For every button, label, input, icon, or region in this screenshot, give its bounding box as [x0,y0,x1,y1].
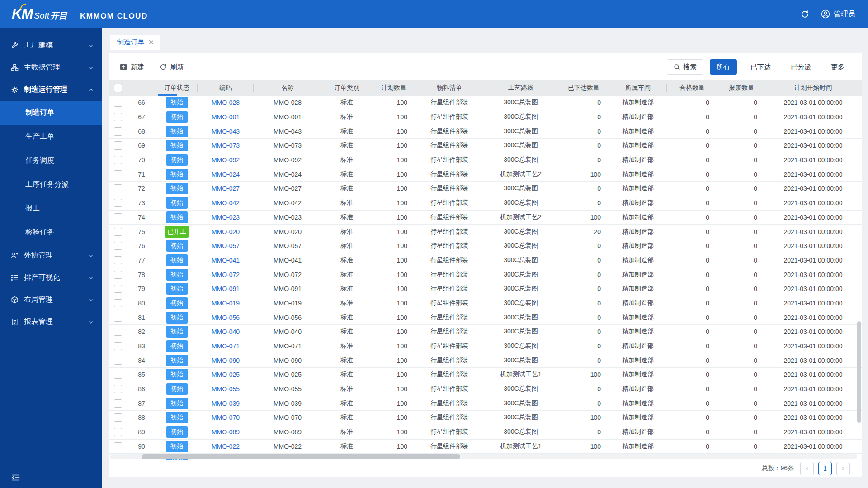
row-checkbox[interactable] [114,271,122,279]
column-header-bom[interactable]: 物料清单 [415,80,483,96]
table-row[interactable]: 76 初始 MMO-057 MMO-057 标准 100 行星组件部装 300C… [109,239,862,253]
sidebar-item-factory-modeling[interactable]: 工厂建模 [0,34,102,56]
sidebar-item-outsourcing[interactable]: 外协管理 [0,244,102,267]
sidebar-item-schedule-visualization[interactable]: 排产可视化 [0,267,102,289]
row-checkbox[interactable] [114,428,122,436]
table-row[interactable]: 66 初始 MMO-028 MMO-028 标准 100 行星组件部装 300C… [109,96,862,110]
row-checkbox[interactable] [114,385,122,393]
table-row[interactable]: 88 初始 MMO-070 MMO-070 标准 100 行星组件部装 300C… [109,411,862,425]
select-all-checkbox[interactable] [114,84,122,92]
sidebar-item-report-management[interactable]: 报表管理 [0,311,102,333]
table-row[interactable]: 84 初始 MMO-090 MMO-090 标准 100 行星组件部装 300C… [109,353,862,368]
horizontal-scrollbar[interactable] [110,454,857,459]
current-page-button[interactable]: 1 [818,462,832,475]
search-button[interactable]: 搜索 [667,59,703,75]
next-page-button[interactable] [836,462,850,475]
row-checkbox[interactable] [114,399,122,408]
row-checkbox[interactable] [114,113,122,121]
order-code-link[interactable]: MMO-043 [198,128,254,135]
row-checkbox[interactable] [114,413,122,422]
collapse-sidebar-icon[interactable] [11,474,21,482]
table-row[interactable]: 80 初始 MMO-019 MMO-019 标准 100 行星组件部装 300C… [109,296,862,311]
table-row[interactable]: 68 初始 MMO-043 MMO-043 标准 100 行星组件部装 300C… [109,124,862,139]
sidebar-item-master-data[interactable]: 主数据管理 [0,56,102,79]
order-code-link[interactable]: MMO-027 [198,185,254,192]
column-header-scrap-qty[interactable]: 报废数量 [717,80,765,96]
sidebar-item-manufacturing-ops[interactable]: 制造运行管理 [0,79,102,101]
sidebar-item-production-work-orders[interactable]: 生产工单 [0,125,102,149]
order-code-link[interactable]: MMO-042 [198,199,254,206]
sidebar-item-layout-management[interactable]: 布局管理 [0,289,102,311]
column-header-code[interactable]: 编码 [198,80,254,96]
global-refresh-icon[interactable] [801,10,809,19]
table-row[interactable]: 90 初始 MMO-022 MMO-022 标准 100 行星组件部装 机加测试… [109,440,862,454]
table-row[interactable]: 85 初始 MMO-025 MMO-025 标准 100 行星组件部装 机加测试… [109,368,862,382]
table-row[interactable]: 78 初始 MMO-072 MMO-072 标准 100 行星组件部装 300C… [109,267,862,282]
new-order-button[interactable]: 新建 [120,63,144,71]
row-checkbox[interactable] [114,299,122,307]
table-row[interactable]: 67 初始 MMO-001 MMO-001 标准 100 行星组件部装 300C… [109,110,862,125]
order-code-link[interactable]: MMO-001 [198,113,254,121]
order-code-link[interactable]: MMO-070 [198,414,254,421]
column-header-qualified-qty[interactable]: 合格数量 [667,80,717,96]
close-icon[interactable] [149,40,154,45]
row-checkbox[interactable] [114,314,122,322]
row-checkbox[interactable] [114,156,122,164]
order-code-link[interactable]: MMO-041 [198,257,254,264]
table-row[interactable]: 87 初始 MMO-039 MMO-039 标准 100 行星组件部装 300C… [109,396,862,411]
row-checkbox[interactable] [114,99,122,107]
column-header-name[interactable]: 名称 [254,80,321,96]
sidebar-item-work-reporting[interactable]: 报工 [0,197,102,221]
order-code-link[interactable]: MMO-073 [198,142,254,149]
order-code-link[interactable]: MMO-028 [198,99,254,106]
order-code-link[interactable]: MMO-089 [198,428,254,436]
filter-released-button[interactable]: 已下达 [744,59,777,75]
row-checkbox[interactable] [114,328,122,336]
order-code-link[interactable]: MMO-020 [198,228,254,235]
order-code-link[interactable]: MMO-057 [198,242,254,249]
order-code-link[interactable]: MMO-023 [198,214,254,221]
column-header-type[interactable]: 订单类别 [321,80,372,96]
sidebar-item-manufacturing-orders[interactable]: 制造订单 [0,101,102,125]
table-row[interactable]: 86 初始 MMO-055 MMO-055 标准 100 行星组件部装 300C… [109,382,862,397]
table-row[interactable]: 79 初始 MMO-091 MMO-091 标准 100 行星组件部装 300C… [109,282,862,296]
column-header-status[interactable]: 订单状态 [156,80,198,96]
row-checkbox[interactable] [114,141,122,150]
column-header-workshop[interactable]: 所属车间 [609,80,667,96]
table-row[interactable]: 71 初始 MMO-024 MMO-024 标准 100 行星组件部装 机加测试… [109,167,862,182]
order-code-link[interactable]: MMO-039 [198,400,254,407]
order-code-link[interactable]: MMO-040 [198,328,254,335]
row-checkbox[interactable] [114,127,122,136]
filter-dispatched-button[interactable]: 已分派 [784,59,817,75]
table-row[interactable]: 72 初始 MMO-027 MMO-027 标准 100 行星组件部装 300C… [109,182,862,196]
table-row[interactable]: 74 初始 MMO-023 MMO-023 标准 100 行星组件部装 机加测试… [109,211,862,225]
sidebar-item-task-scheduling[interactable]: 任务调度 [0,149,102,173]
tab-manufacturing-orders[interactable]: 制造订单 [110,35,160,50]
table-row[interactable]: 89 初始 MMO-089 MMO-089 标准 100 行星组件部装 300C… [109,425,862,440]
horizontal-scrollbar-thumb[interactable] [142,454,460,459]
column-header-routing[interactable]: 工艺路线 [483,80,558,96]
column-header-released-qty[interactable]: 已下达数量 [558,80,609,96]
row-checkbox[interactable] [114,213,122,221]
row-checkbox[interactable] [114,184,122,192]
table-row[interactable]: 70 初始 MMO-092 MMO-092 标准 100 行星组件部装 300C… [109,153,862,168]
order-code-link[interactable]: MMO-090 [198,357,254,364]
sidebar-item-inspection-tasks[interactable]: 检验任务 [0,221,102,244]
table-row[interactable]: 75 已开工 MMO-020 MMO-020 标准 100 行星组件部装 300… [109,225,862,239]
order-code-link[interactable]: MMO-025 [198,371,254,378]
table-row[interactable]: 81 初始 MMO-056 MMO-056 标准 100 行星组件部装 300C… [109,310,862,325]
order-code-link[interactable]: MMO-071 [198,343,254,350]
order-code-link[interactable]: MMO-056 [198,314,254,321]
sidebar-item-operation-task-dispatch[interactable]: 工序任务分派 [0,173,102,197]
order-code-link[interactable]: MMO-024 [198,171,254,178]
row-checkbox[interactable] [114,170,122,178]
order-code-link[interactable]: MMO-055 [198,385,254,393]
filter-more-button[interactable]: 更多 [825,59,851,75]
order-code-link[interactable]: MMO-019 [198,300,254,307]
order-code-link[interactable]: MMO-092 [198,156,254,164]
row-checkbox[interactable] [114,442,122,450]
row-checkbox[interactable] [114,285,122,293]
table-row[interactable]: 69 初始 MMO-073 MMO-073 标准 100 行星组件部装 300C… [109,139,862,153]
row-checkbox[interactable] [114,256,122,264]
row-checkbox[interactable] [114,357,122,365]
